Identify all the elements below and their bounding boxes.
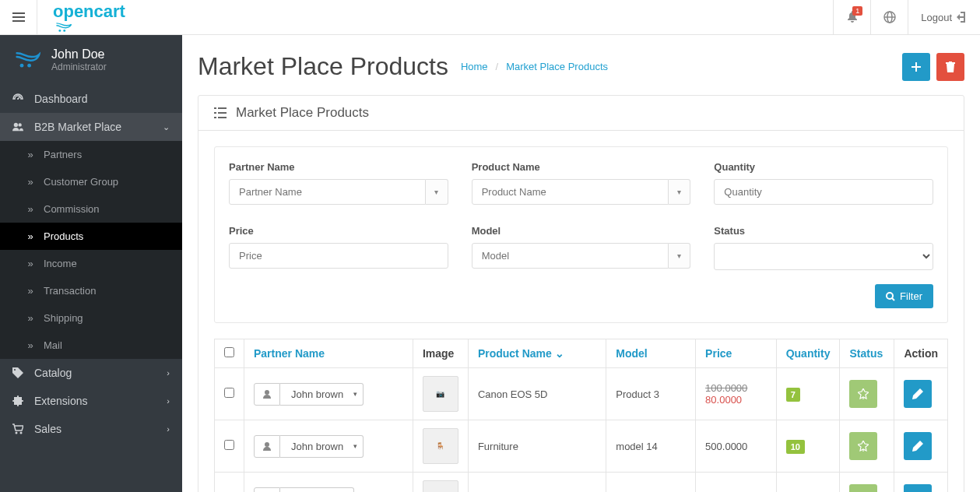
chevron-icon: »: [25, 312, 36, 324]
svg-point-0: [58, 30, 61, 32]
col-model[interactable]: Model: [616, 347, 647, 360]
partner-select[interactable]: John Doe: [280, 487, 354, 493]
nav-sales[interactable]: Sales ›: [0, 415, 182, 443]
status-select[interactable]: [714, 243, 933, 270]
partner-select[interactable]: John brown: [280, 383, 364, 406]
product-name-cell: Furniture: [468, 420, 606, 473]
col-quantity[interactable]: Quantity: [786, 347, 831, 360]
nav-dashboard[interactable]: Dashboard: [0, 85, 182, 113]
users-icon: [12, 121, 23, 132]
col-partner-name[interactable]: Partner Name: [254, 347, 325, 360]
status-label: Status: [714, 225, 933, 237]
subnav-income[interactable]: »Income: [0, 250, 182, 277]
sidebar-toggle-button[interactable]: [0, 0, 37, 35]
cart-icon: [12, 423, 23, 434]
notifications-button[interactable]: 1: [833, 0, 870, 35]
tag-icon: [12, 367, 23, 378]
subnav-mail[interactable]: »Mail: [0, 332, 182, 359]
status-approve-button[interactable]: [849, 380, 877, 408]
edit-button[interactable]: [904, 380, 932, 408]
add-button[interactable]: [902, 53, 930, 81]
svg-point-8: [18, 123, 21, 126]
opencart-logo: opencart: [37, 2, 141, 33]
store-link-button[interactable]: [870, 0, 908, 35]
price-sale: 80.0000: [705, 394, 767, 406]
partner-select[interactable]: John brown: [280, 435, 364, 458]
quantity-badge: 10: [786, 440, 805, 454]
breadcrumb: Home / Market Place Products: [461, 61, 608, 72]
model-dropdown-toggle[interactable]: ▾: [669, 243, 691, 269]
product-thumbnail: 🪑: [423, 428, 458, 464]
select-all-checkbox[interactable]: [224, 347, 234, 357]
nav-extensions[interactable]: Extensions ›: [0, 387, 182, 415]
sort-desc-icon: ⌄: [555, 347, 564, 360]
delete-button[interactable]: [936, 53, 964, 81]
subnav-partners[interactable]: »Partners: [0, 141, 182, 168]
panel-title: Market Place Products: [236, 105, 369, 121]
svg-point-7: [14, 123, 18, 127]
subnav-shipping[interactable]: »Shipping: [0, 304, 182, 332]
svg-point-11: [20, 432, 23, 434]
table-row: John Doe🖥️iMacProduct 14100.0000977: [215, 473, 948, 493]
breadcrumb-current[interactable]: Market Place Products: [506, 61, 608, 72]
partner-name-dropdown-toggle[interactable]: ▾: [426, 179, 448, 205]
breadcrumb-home[interactable]: Home: [461, 61, 488, 72]
svg-point-5: [27, 64, 31, 68]
product-name-dropdown-toggle[interactable]: ▾: [669, 179, 691, 205]
partner-name-input[interactable]: [229, 179, 426, 205]
chevron-icon: »: [25, 203, 36, 215]
filter-button[interactable]: Filter: [875, 284, 933, 308]
dashboard-icon: [12, 93, 23, 104]
model-input[interactable]: [472, 243, 669, 269]
profile-role: Administrator: [51, 62, 107, 72]
chevron-icon: »: [25, 285, 36, 297]
product-name-cell: iMac: [468, 473, 606, 493]
col-product-name[interactable]: Product Name ⌄: [478, 347, 564, 360]
svg-point-6: [17, 98, 19, 100]
logout-label: Logout: [921, 12, 952, 23]
nav-b2b-marketplace[interactable]: B2B Market Place ⌄: [0, 113, 182, 141]
price-old: 100.0000: [705, 382, 767, 394]
col-price[interactable]: Price: [705, 347, 732, 360]
chevron-right-icon: ›: [167, 424, 170, 434]
table-row: John brown📷Canon EOS 5DProduct 3100.0000…: [215, 368, 948, 420]
chevron-icon: »: [25, 176, 36, 188]
chevron-right-icon: ›: [167, 368, 170, 378]
subnav-commission[interactable]: »Commission: [0, 195, 182, 223]
price-label: Price: [229, 225, 448, 237]
sidebar: John Doe Administrator Dashboard B2B Mar…: [0, 35, 182, 492]
chevron-icon: »: [25, 149, 36, 160]
svg-point-9: [14, 369, 16, 371]
status-approve-button[interactable]: [849, 484, 877, 492]
model-cell: Product 3: [606, 368, 696, 420]
edit-button[interactable]: [904, 432, 932, 460]
product-thumbnail: 📷: [423, 376, 458, 412]
product-name-input[interactable]: [472, 179, 669, 205]
quantity-input[interactable]: [714, 179, 933, 205]
edit-button[interactable]: [904, 484, 932, 492]
subnav-transaction[interactable]: »Transaction: [0, 277, 182, 304]
content-area: Market Place Products Home / Market Plac…: [182, 35, 980, 492]
price-input[interactable]: [229, 243, 448, 269]
price: 500.0000: [705, 441, 747, 452]
chevron-icon: »: [25, 230, 36, 242]
nav-catalog[interactable]: Catalog ›: [0, 359, 182, 387]
svg-point-12: [887, 293, 893, 299]
subnav-customer-group[interactable]: »Customer Group: [0, 168, 182, 195]
row-checkbox[interactable]: [224, 440, 234, 450]
col-action: Action: [894, 339, 948, 368]
product-name-cell: Canon EOS 5D: [468, 368, 606, 420]
partner-name-label: Partner Name: [229, 161, 448, 173]
puzzle-icon: [12, 395, 23, 406]
logout-button[interactable]: Logout: [908, 0, 980, 35]
profile-name: John Doe: [51, 47, 107, 62]
subnav-products[interactable]: »Products: [0, 223, 182, 250]
chevron-icon: »: [25, 339, 36, 351]
col-status[interactable]: Status: [849, 347, 883, 360]
status-approve-button[interactable]: [849, 432, 877, 460]
user-icon: [254, 383, 280, 406]
products-table: Partner Name Image Product Name ⌄ Model …: [214, 339, 948, 492]
row-checkbox[interactable]: [224, 388, 234, 398]
user-icon: [254, 487, 280, 493]
model-cell: Product 14: [606, 473, 696, 493]
